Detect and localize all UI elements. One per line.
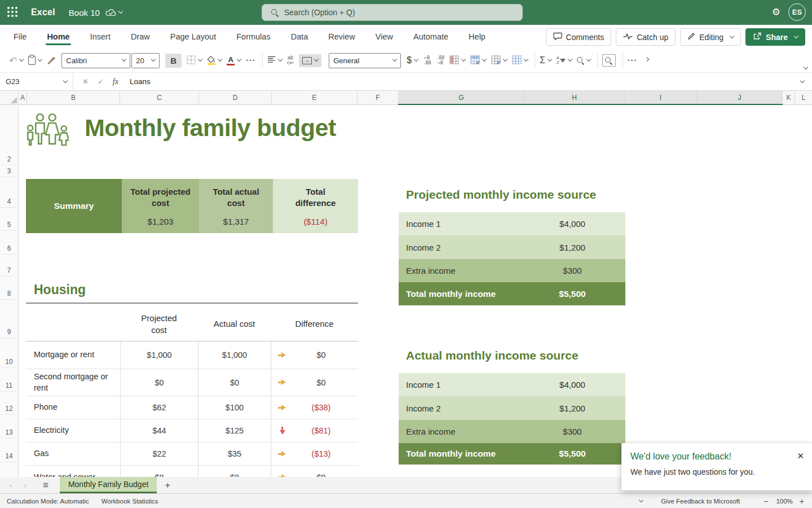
undo-button[interactable]: ↶ — [9, 55, 23, 67]
zoom-out-icon[interactable]: − — [764, 497, 768, 506]
housing-title[interactable]: Housing — [34, 282, 86, 297]
column-header-b[interactable]: B — [27, 91, 120, 104]
app-launcher-icon[interactable] — [7, 7, 19, 18]
row-header-7[interactable]: 7 — [0, 255, 18, 277]
column-header-j[interactable]: J — [697, 91, 783, 104]
bold-button[interactable]: B — [165, 54, 182, 68]
table-row-total[interactable]: Total monthly income$5,500 — [399, 443, 625, 465]
column-header-f[interactable]: F — [358, 91, 399, 104]
editing-mode-button[interactable]: Editing — [680, 28, 741, 46]
summary-projected-cell[interactable]: Total projected cost $1,203 — [122, 179, 199, 233]
prev-sheet-icon[interactable]: ‹ — [7, 481, 15, 489]
chevron-down-icon[interactable] — [118, 9, 123, 14]
menu-tab-insert[interactable]: Insert — [89, 27, 112, 47]
cell-styles-button[interactable] — [491, 55, 507, 66]
cloud-saved-icon[interactable] — [105, 9, 116, 16]
comments-button[interactable]: Comments — [546, 28, 612, 46]
row-header-10[interactable]: 10 — [0, 338, 18, 368]
menu-tab-file[interactable]: File — [12, 27, 28, 47]
avatar[interactable]: ES — [788, 3, 806, 21]
projected-income-table[interactable]: Income 1$4,000 Income 2$1,200 Extra inco… — [399, 212, 625, 305]
settings-gear-icon[interactable]: ⚙ — [772, 7, 780, 17]
cell-name-box[interactable]: G23 — [0, 73, 73, 90]
all-sheets-icon[interactable]: ≡ — [43, 480, 48, 491]
enter-icon[interactable]: ✓ — [98, 77, 104, 86]
insert-table-button[interactable] — [512, 55, 528, 66]
search-input[interactable] — [284, 8, 498, 17]
increase-decimal-button[interactable]: ←0.00 — [423, 55, 431, 65]
spreadsheet-canvas[interactable]: Monthly family budget Summary Total proj… — [19, 106, 812, 477]
workbook-statistics-status[interactable]: Workbook Statistics — [102, 498, 158, 505]
select-all-corner[interactable] — [0, 91, 19, 104]
menu-tab-review[interactable]: Review — [327, 27, 356, 47]
fill-color-button[interactable] — [207, 56, 222, 65]
table-row[interactable]: Income 2$1,200 — [399, 235, 625, 259]
housing-column-headers[interactable]: Projected cost Actual cost Difference — [26, 308, 358, 341]
row-header-4[interactable]: 4 — [0, 177, 18, 208]
column-header-i[interactable]: I — [625, 91, 697, 104]
row-header-5[interactable]: 5 — [0, 208, 18, 231]
sheet-title[interactable]: Monthly family budget — [85, 114, 336, 142]
menu-tab-home[interactable]: Home — [46, 27, 70, 47]
sheet-tab-active[interactable]: Monthly Family Budget — [60, 477, 157, 493]
column-header-c[interactable]: C — [120, 91, 199, 104]
table-row[interactable]: Second mortgage or rent $0 $0 $0 — [26, 369, 358, 396]
catch-up-button[interactable]: Catch up — [616, 28, 676, 46]
row-header-12[interactable]: 12 — [0, 392, 18, 415]
paste-button[interactable] — [28, 56, 42, 65]
column-header-k[interactable]: K — [783, 91, 795, 104]
share-button[interactable]: Share — [745, 28, 805, 46]
menu-tab-draw[interactable]: Draw — [130, 27, 151, 47]
menu-tab-automate[interactable]: Automate — [412, 27, 449, 47]
ribbon-scroll-right-button[interactable] — [642, 59, 648, 62]
column-header-e[interactable]: E — [272, 91, 358, 104]
summary-difference-cell[interactable]: Total difference ($114) — [273, 179, 358, 233]
conditional-formatting-button[interactable] — [449, 55, 465, 66]
row-header-11[interactable]: 11 — [0, 368, 18, 392]
next-sheet-icon[interactable]: › — [21, 481, 29, 489]
currency-format-button[interactable]: $ — [407, 55, 418, 65]
autosum-button[interactable]: Σ — [540, 55, 551, 65]
borders-button[interactable] — [187, 55, 202, 66]
row-header-9[interactable]: 9 — [0, 300, 18, 338]
format-as-table-button[interactable] — [470, 55, 486, 66]
menu-tab-view[interactable]: View — [374, 27, 394, 47]
summary-label-cell[interactable]: Summary — [26, 179, 122, 233]
sort-filter-button[interactable]: AZ — [557, 56, 572, 65]
fx-icon[interactable]: fx — [113, 77, 118, 86]
actual-income-title[interactable]: Actual monthly income source — [406, 349, 579, 362]
ribbon-overflow-button[interactable]: ··· — [628, 56, 637, 65]
table-row[interactable]: Income 1$4,000 — [399, 212, 625, 235]
zoom-in-icon[interactable]: + — [800, 497, 804, 506]
font-name-select[interactable]: Calibri — [61, 53, 130, 68]
column-header-d[interactable]: D — [199, 91, 272, 104]
expand-formula-bar-icon[interactable] — [800, 78, 805, 82]
projected-income-title[interactable]: Projected monthly income source — [406, 188, 596, 202]
analyze-data-button[interactable] — [602, 54, 616, 67]
status-menu-chevron-icon[interactable] — [639, 497, 643, 502]
table-row-total[interactable]: Total monthly income$5,500 — [399, 282, 625, 305]
search-box[interactable] — [262, 4, 523, 21]
table-row[interactable]: Gas $22 $35 ($13) — [26, 443, 358, 466]
zoom-level[interactable]: 100% — [776, 498, 792, 505]
table-row[interactable]: Income 1$4,000 — [399, 373, 625, 396]
column-header-l[interactable]: L — [795, 91, 812, 104]
row-header-6[interactable]: 6 — [0, 231, 18, 255]
table-row[interactable]: Electricity $44 $125 ($81) — [26, 419, 358, 443]
menu-tab-help[interactable]: Help — [467, 27, 487, 47]
find-button[interactable] — [577, 57, 590, 64]
calculation-mode-status[interactable]: Calculation Mode: Automatic — [7, 498, 89, 505]
font-color-button[interactable]: A — [227, 56, 241, 65]
table-row[interactable]: Mortgage or rent $1,000 $1,000 $0 — [26, 341, 358, 369]
row-header-2[interactable]: 2 — [0, 152, 18, 165]
document-title[interactable]: Book 10 — [69, 8, 122, 17]
actual-income-table[interactable]: Income 1$4,000 Income 2$1,200 Extra inco… — [399, 373, 625, 465]
row-header-14[interactable]: 14 — [0, 439, 18, 462]
column-header-h[interactable]: H — [524, 91, 625, 104]
housing-table[interactable]: Mortgage or rent $1,000 $1,000 $0 Second… — [26, 341, 358, 477]
table-row[interactable]: Income 2$1,200 — [399, 396, 625, 420]
merge-center-button[interactable]: ↔ — [299, 54, 321, 67]
table-row[interactable]: Extra income$300 — [399, 259, 625, 282]
format-painter-button[interactable] — [47, 55, 56, 66]
add-sheet-icon[interactable]: + — [165, 480, 170, 491]
